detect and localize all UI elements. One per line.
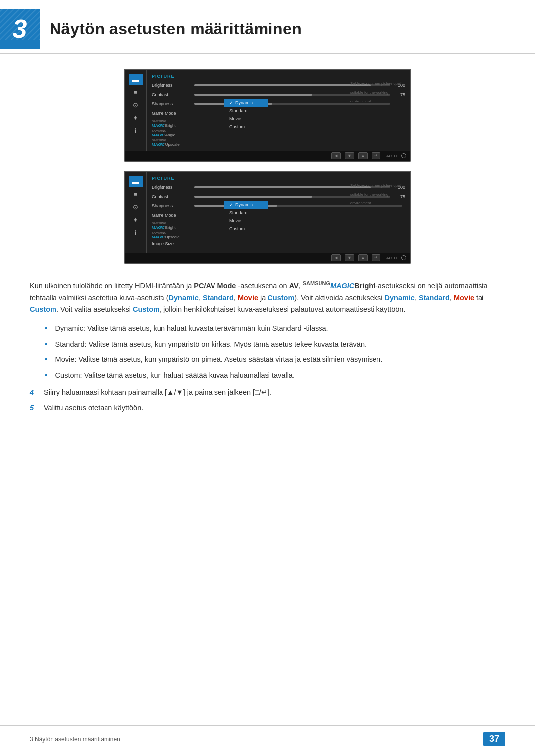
osd-dropdown-custom-2: Custom (224, 225, 268, 233)
list-item-standard-text: Standard: Valitse tämä asetus, kun ympär… (55, 339, 367, 351)
osd-power-2 (401, 255, 406, 260)
osd-nav-down-1: ▼ (345, 152, 354, 159)
intro-paragraph: Kun ulkoinen tulolähde on liitetty HDMI-… (30, 279, 505, 316)
osd-nav-left-2: ◄ (331, 254, 341, 261)
footer-right: 37 (483, 732, 505, 746)
osd-sidebar-2: ▬ ≡ ⊙ ✦ ℹ (125, 172, 147, 253)
osd-icon-gear-2: ✦ (129, 214, 143, 225)
osd-nav-enter-1: ↵ (372, 152, 380, 159)
check-icon-2: ✓ (229, 202, 233, 207)
list-item-standard: Standard: Valitse tämä asetus, kun ympär… (45, 339, 505, 351)
page-footer: 3 Näytön asetusten määrittäminen 37 (0, 725, 535, 746)
osd-icon-info: ℹ (129, 125, 143, 136)
osd-dropdown-dynamic-2: ✓ Dynamic (224, 201, 268, 209)
screenshots-container: ▬ ≡ ⊙ ✦ ℹ PICTURE Brightness (30, 69, 505, 264)
osd-dropdown-standard-1: Standard (224, 107, 268, 115)
svg-rect-1 (0, 0, 40, 40)
osd-row-magicangle-1: SAMSUNG MAGIC Angle (152, 128, 405, 136)
list-item-custom: Custom: Valitse tämä asetus, kun haluat … (45, 370, 505, 382)
osd-label-brightness-1: Brightness (152, 83, 191, 88)
osd-fill-contrast-2 (194, 196, 312, 198)
osd-screenshot-1: ▬ ≡ ⊙ ✦ ℹ PICTURE Brightness (124, 69, 411, 162)
chapter-title: Näytön asetusten määrittäminen (50, 20, 302, 38)
osd-bottom-2: ◄ ▼ ▲ ↵ AUTO (125, 253, 410, 263)
osd-label-magicbright-1: SAMSUNG MAGIC Bright (152, 118, 191, 128)
check-icon-1: ✓ (229, 101, 233, 105)
monitor-osd-1: ▬ ≡ ⊙ ✦ ℹ PICTURE Brightness (124, 69, 411, 162)
osd-icon-menu-2: ≡ (129, 189, 143, 200)
osd-inner-1: ▬ ≡ ⊙ ✦ ℹ PICTURE Brightness (125, 70, 410, 151)
osd-description-2: Set to an optimum picture quality suitab… (350, 180, 407, 206)
osd-icon-gear: ✦ (129, 112, 143, 123)
osd-icon-picture-2: ▬ (129, 176, 143, 187)
step-4: 4 Siirry haluamaasi kohtaan painamalla [… (30, 387, 505, 399)
osd-row-imagesize-2: Image Size (152, 240, 405, 248)
page-number: 37 (483, 732, 505, 746)
step-4-number: 4 (30, 387, 38, 399)
osd-sidebar-1: ▬ ≡ ⊙ ✦ ℹ (125, 70, 147, 151)
osd-power-1 (401, 153, 406, 158)
osd-row-gamemode-1: Game Mode (152, 109, 405, 117)
osd-row-magicupscale-1: SAMSUNG MAGIC Upscale (152, 138, 405, 146)
content-area: ▬ ≡ ⊙ ✦ ℹ PICTURE Brightness (0, 69, 535, 414)
osd-dropdown-standard-2: Standard (224, 209, 268, 217)
list-item-dynamic-text: Dynamic: Valitse tämä asetus, kun haluat… (55, 323, 328, 335)
osd-icon-settings-2: ⊙ (129, 202, 143, 212)
osd-dropdown-list-1: ✓ Dynamic Standard Movie Custom (224, 99, 268, 131)
osd-dropdown-dynamic-1: ✓ Dynamic (224, 99, 268, 107)
osd-description-1: Set to an optimum picture quality suitab… (350, 78, 407, 104)
osd-dropdown-movie-2: Movie (224, 217, 268, 225)
osd-row-magicbright-2: SAMSUNG MAGIC Bright (152, 221, 405, 229)
osd-icon-settings: ⊙ (129, 100, 143, 110)
osd-label-contrast-1: Contrast (152, 92, 191, 97)
osd-row-magicupscale-2: SAMSUNG MAGIC Upscale (152, 230, 405, 238)
osd-label-sharpness-2: Sharpness (152, 203, 191, 208)
osd-label-magicbright-2: SAMSUNG MAGIC Bright (152, 220, 191, 230)
step-5: 5 Valittu asetus otetaan käyttöön. (30, 403, 505, 414)
step-4-text: Siirry haluamaasi kohtaan painamalla [▲/… (44, 387, 271, 399)
osd-fill-contrast-1 (194, 94, 312, 96)
list-item-dynamic: Dynamic: Valitse tämä asetus, kun haluat… (45, 323, 505, 335)
osd-nav-down-2: ▼ (345, 254, 354, 261)
bullet-list: Dynamic: Valitse tämä asetus, kun haluat… (45, 323, 505, 382)
osd-inner-2: ▬ ≡ ⊙ ✦ ℹ PICTURE Brightness (125, 172, 410, 253)
monitor-osd-2: ▬ ≡ ⊙ ✦ ℹ PICTURE Brightness (124, 171, 411, 264)
list-item-custom-text: Custom: Valitse tämä asetus, kun haluat … (55, 370, 295, 382)
osd-icon-picture: ▬ (129, 74, 143, 85)
osd-fill-brightness-2 (194, 186, 371, 188)
osd-nav-up-2: ▲ (358, 254, 368, 261)
osd-label-brightness-2: Brightness (152, 185, 191, 190)
footer-chapter-ref: 3 Näytön asetusten määrittäminen (30, 736, 120, 743)
osd-fill-brightness-1 (194, 84, 371, 86)
osd-dropdown-custom-1: Custom (224, 123, 268, 131)
osd-dropdown-list-2: ✓ Dynamic Standard Movie Custom (224, 201, 268, 233)
osd-row-gamemode-2: Game Mode (152, 211, 405, 219)
osd-label-magicupscale-1: SAMSUNG MAGIC Upscale (152, 137, 191, 147)
osd-auto-2: AUTO (386, 256, 397, 260)
osd-auto-1: AUTO (386, 154, 397, 158)
osd-label-gamemode-2: Game Mode (152, 213, 191, 218)
page-header: 3 Näytön asetusten määrittäminen (0, 0, 535, 54)
osd-label-gamemode-1: Game Mode (152, 111, 191, 116)
osd-icon-info-2: ℹ (129, 227, 143, 238)
list-item-movie: Movie: Valitse tämä asetus, kun ympärist… (45, 354, 505, 366)
osd-nav-enter-2: ↵ (372, 254, 380, 261)
osd-icon-menu: ≡ (129, 87, 143, 98)
step-5-number: 5 (30, 403, 38, 414)
osd-label-imagesize-2: Image Size (152, 241, 191, 246)
osd-screenshot-2: ▬ ≡ ⊙ ✦ ℹ PICTURE Brightness (124, 171, 411, 264)
osd-label-contrast-2: Contrast (152, 194, 191, 199)
osd-label-magicupscale-2: SAMSUNG MAGIC Upscale (152, 230, 191, 239)
osd-label-sharpness-1: Sharpness (152, 101, 191, 106)
corner-hatch (0, 0, 40, 40)
osd-label-magicangle-1: SAMSUNG MAGIC Angle (152, 128, 191, 137)
list-item-movie-text: Movie: Valitse tämä asetus, kun ympärist… (55, 354, 383, 366)
osd-row-magicbright-1: SAMSUNG MAGIC Bright (152, 119, 405, 127)
osd-nav-left-1: ◄ (331, 152, 341, 159)
chapter-box: 3 (0, 9, 40, 49)
osd-bottom-1: ◄ ▼ ▲ ↵ AUTO (125, 151, 410, 161)
osd-nav-up-1: ▲ (358, 152, 368, 159)
osd-dropdown-movie-1: Movie (224, 115, 268, 123)
step-5-text: Valittu asetus otetaan käyttöön. (44, 403, 143, 414)
